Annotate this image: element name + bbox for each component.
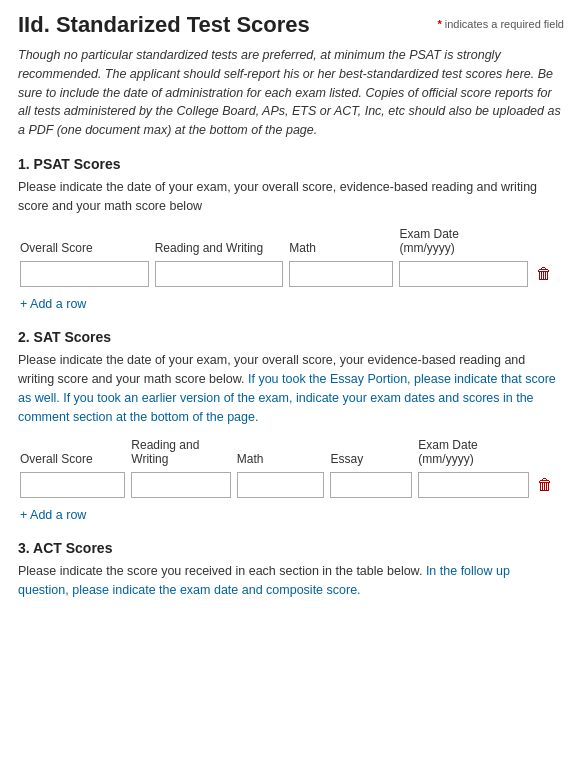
psat-section: 1. PSAT Scores Please indicate the date …: [18, 156, 564, 312]
asterisk: *: [437, 18, 441, 30]
act-desc-plain: Please indicate the score you received i…: [18, 564, 422, 578]
psat-rw-cell: [153, 259, 288, 289]
sat-math-input[interactable]: [237, 472, 325, 498]
sat-section-title: 2. SAT Scores: [18, 329, 564, 345]
sat-col-date: Exam Date(mm/yyyy): [416, 436, 533, 470]
sat-header-row: Overall Score Reading andWriting Math Es…: [18, 436, 564, 470]
sat-essay-input[interactable]: [330, 472, 412, 498]
psat-col-del: [532, 225, 564, 259]
sat-date-cell: [416, 470, 533, 500]
psat-row-1: 🗑: [18, 259, 564, 289]
sat-essay-cell: [328, 470, 416, 500]
page-description: Though no particular standardized tests …: [18, 46, 564, 140]
psat-math-input[interactable]: [289, 261, 393, 287]
sat-add-row-link[interactable]: + Add a row: [20, 508, 86, 522]
sat-math-cell: [235, 470, 329, 500]
psat-col-overall: Overall Score: [18, 225, 153, 259]
sat-col-del: [533, 436, 564, 470]
psat-col-rw: Reading and Writing: [153, 225, 288, 259]
psat-overall-input[interactable]: [20, 261, 149, 287]
sat-col-overall: Overall Score: [18, 436, 129, 470]
sat-overall-cell: [18, 470, 129, 500]
psat-number: 1.: [18, 156, 30, 172]
sat-date-input[interactable]: [418, 472, 529, 498]
act-title: ACT Scores: [33, 540, 112, 556]
sat-title: SAT Scores: [34, 329, 112, 345]
required-note: * indicates a required field: [437, 18, 564, 30]
sat-table: Overall Score Reading andWriting Math Es…: [18, 436, 564, 500]
psat-add-row-link[interactable]: + Add a row: [20, 297, 86, 311]
sat-delete-button[interactable]: 🗑: [535, 476, 555, 494]
sat-col-rw: Reading andWriting: [129, 436, 234, 470]
psat-rw-input[interactable]: [155, 261, 284, 287]
psat-section-desc: Please indicate the date of your exam, y…: [18, 178, 564, 216]
psat-title: PSAT Scores: [34, 156, 121, 172]
psat-desc-text: Please indicate the date of your exam, y…: [18, 180, 537, 213]
psat-col-math: Math: [287, 225, 397, 259]
sat-rw-cell: [129, 470, 234, 500]
sat-delete-cell: 🗑: [533, 470, 564, 500]
sat-desc-highlight2: If you took an earlier version of the ex…: [18, 391, 534, 424]
sat-overall-input[interactable]: [20, 472, 125, 498]
sat-row-1: 🗑: [18, 470, 564, 500]
psat-table: Overall Score Reading and Writing Math E…: [18, 225, 564, 289]
sat-section: 2. SAT Scores Please indicate the date o…: [18, 329, 564, 522]
act-section: 3. ACT Scores Please indicate the score …: [18, 540, 564, 600]
psat-delete-cell: 🗑: [532, 259, 564, 289]
act-number: 3.: [18, 540, 30, 556]
psat-header-row: Overall Score Reading and Writing Math E…: [18, 225, 564, 259]
act-section-title: 3. ACT Scores: [18, 540, 564, 556]
psat-date-cell: [397, 259, 532, 289]
psat-col-date: Exam Date(mm/yyyy): [397, 225, 532, 259]
act-section-desc: Please indicate the score you received i…: [18, 562, 564, 600]
sat-section-desc: Please indicate the date of your exam, y…: [18, 351, 564, 426]
psat-date-input[interactable]: [399, 261, 528, 287]
psat-section-title: 1. PSAT Scores: [18, 156, 564, 172]
psat-overall-cell: [18, 259, 153, 289]
page-title: IId. Standarized Test Scores: [18, 12, 310, 38]
sat-number: 2.: [18, 329, 30, 345]
sat-rw-input[interactable]: [131, 472, 230, 498]
required-note-text: indicates a required field: [445, 18, 564, 30]
psat-math-cell: [287, 259, 397, 289]
page-header: IId. Standarized Test Scores * indicates…: [18, 12, 564, 38]
sat-col-essay: Essay: [328, 436, 416, 470]
sat-col-math: Math: [235, 436, 329, 470]
psat-delete-button[interactable]: 🗑: [534, 265, 554, 283]
